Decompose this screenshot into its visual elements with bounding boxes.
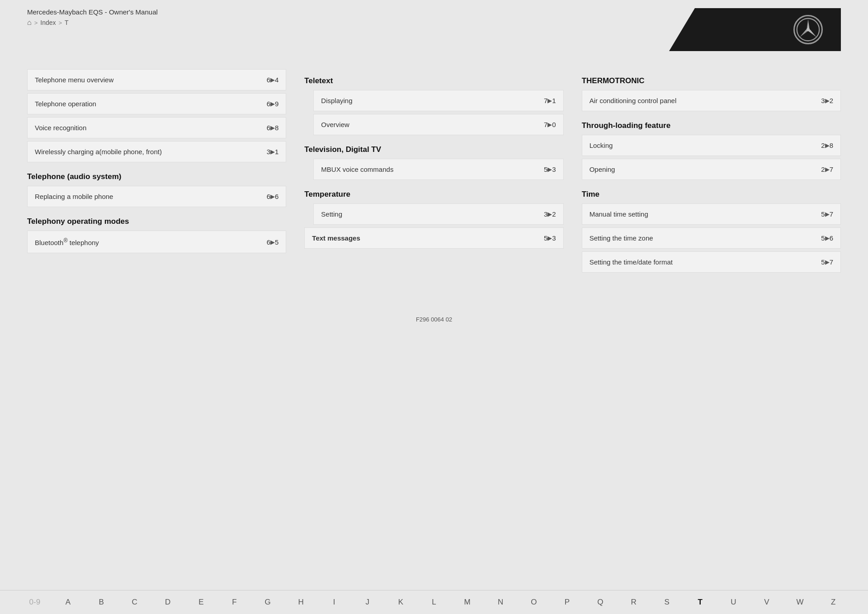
list-item[interactable]: Replacing a mobile phone 6▶6	[27, 186, 286, 207]
item-page: 7▶0	[544, 121, 556, 128]
column-2: Teletext Displaying 7▶1 Overview 7▶0 Tel…	[304, 69, 563, 275]
alpha-t[interactable]: T	[684, 596, 717, 609]
item-label: Setting the time/date format	[590, 258, 821, 266]
breadcrumb-sep2: >	[59, 19, 62, 26]
alpha-n[interactable]: N	[484, 596, 517, 609]
list-item[interactable]: Air conditioning control panel 3▶2	[582, 90, 841, 111]
main-content: Telephone menu overview 6▶4 Telephone op…	[0, 56, 868, 357]
manual-title: Mercedes-Maybach EQS - Owner's Manual	[27, 8, 158, 16]
list-item[interactable]: Setting 3▶2	[313, 203, 563, 225]
alpha-f[interactable]: F	[218, 596, 251, 609]
column-1: Telephone menu overview 6▶4 Telephone op…	[27, 69, 286, 275]
header: Mercedes-Maybach EQS - Owner's Manual ⌂ …	[0, 0, 868, 56]
footer-spacer	[27, 275, 841, 312]
mercedes-star-svg	[796, 17, 821, 42]
section-header-temperature: Temperature	[304, 183, 563, 203]
column-3: THERMOTRONIC Air conditioning control pa…	[582, 69, 841, 275]
list-item[interactable]: Telephone operation 6▶9	[27, 93, 286, 114]
alpha-g[interactable]: G	[251, 596, 284, 609]
list-item[interactable]: Wirelessly charging a(mobile phone, fron…	[27, 141, 286, 162]
item-label: Overview	[321, 121, 544, 128]
alpha-i[interactable]: I	[317, 596, 351, 609]
footer-code: F296 0064 02	[27, 312, 841, 348]
list-item[interactable]: Opening 2▶7	[582, 159, 841, 180]
item-page: 5▶7	[821, 210, 833, 218]
item-label: Air conditioning control panel	[590, 97, 821, 104]
item-label: Voice recognition	[35, 124, 267, 132]
alpha-o[interactable]: O	[517, 596, 551, 609]
item-label: Wirelessly charging a(mobile phone, fron…	[35, 148, 267, 156]
item-page: 3▶2	[821, 97, 833, 104]
alpha-a[interactable]: A	[52, 596, 85, 609]
alpha-c[interactable]: C	[118, 596, 151, 609]
list-item[interactable]: Telephone menu overview 6▶4	[27, 69, 286, 90]
alpha-u[interactable]: U	[717, 596, 750, 609]
breadcrumb: ⌂ > Index > T	[27, 19, 158, 27]
alpha-w[interactable]: W	[783, 596, 817, 609]
list-item[interactable]: MBUX voice commands 5▶3	[313, 159, 563, 180]
section-header-audio: Telephone (audio system)	[27, 165, 286, 186]
alpha-z[interactable]: Z	[816, 596, 850, 609]
item-page: 6▶4	[267, 76, 279, 84]
list-item[interactable]: Overview 7▶0	[313, 114, 563, 135]
list-item[interactable]: Text messages 5▶3	[304, 227, 563, 249]
list-item[interactable]: Bluetooth® telephony 6▶5	[27, 231, 286, 253]
alpha-e[interactable]: E	[184, 596, 218, 609]
section-header-time: Time	[582, 183, 841, 203]
header-logo	[669, 8, 841, 51]
alphabet-nav[interactable]: 0-9 A B C D E F G H I J K L M N O P Q R …	[0, 590, 868, 614]
list-item[interactable]: Manual time setting 5▶7	[582, 203, 841, 225]
item-page: 6▶5	[267, 238, 279, 246]
alpha-j[interactable]: J	[351, 596, 384, 609]
list-item[interactable]: Voice recognition 6▶8	[27, 117, 286, 138]
list-item[interactable]: Setting the time/date format 5▶7	[582, 251, 841, 273]
alpha-r[interactable]: R	[617, 596, 651, 609]
section-header-telephony: Telephony operating modes	[27, 210, 286, 231]
item-label: Telephone menu overview	[35, 76, 267, 84]
alpha-k[interactable]: K	[384, 596, 418, 609]
list-item[interactable]: Displaying 7▶1	[313, 90, 563, 111]
item-label: Locking	[590, 142, 821, 149]
alpha-l[interactable]: L	[417, 596, 451, 609]
svg-point-7	[807, 28, 810, 31]
alpha-q[interactable]: Q	[584, 596, 617, 609]
alpha-v[interactable]: V	[750, 596, 783, 609]
section-header-through-loading: Through-loading feature	[582, 114, 841, 135]
item-page: 2▶7	[821, 165, 833, 173]
item-page: 6▶6	[267, 193, 279, 200]
index-grid: Telephone menu overview 6▶4 Telephone op…	[27, 69, 841, 275]
item-label: Manual time setting	[590, 210, 821, 218]
item-page: 5▶6	[821, 234, 833, 242]
item-label: Opening	[590, 165, 821, 173]
alpha-09[interactable]: 0-9	[18, 596, 52, 609]
item-page: 3▶1	[267, 148, 279, 156]
section-header-thermotronic: THERMOTRONIC	[582, 69, 841, 90]
home-icon[interactable]: ⌂	[27, 19, 32, 27]
item-page: 6▶8	[267, 124, 279, 132]
breadcrumb-current: T	[65, 19, 69, 26]
item-label: Displaying	[321, 97, 544, 104]
breadcrumb-sep1: >	[34, 19, 38, 26]
alpha-d[interactable]: D	[151, 596, 184, 609]
list-item[interactable]: Locking 2▶8	[582, 135, 841, 156]
alpha-s[interactable]: S	[650, 596, 684, 609]
item-label: Text messages	[312, 234, 544, 242]
alpha-h[interactable]: H	[284, 596, 318, 609]
item-page: 6▶9	[267, 100, 279, 108]
item-label: MBUX voice commands	[321, 165, 544, 173]
header-left: Mercedes-Maybach EQS - Owner's Manual ⌂ …	[27, 8, 158, 27]
item-label: Setting the time zone	[590, 234, 821, 242]
alpha-b[interactable]: B	[85, 596, 118, 609]
item-page: 2▶8	[821, 142, 833, 149]
item-label: Bluetooth® telephony	[35, 237, 267, 246]
list-item[interactable]: Setting the time zone 5▶6	[582, 227, 841, 249]
mercedes-star-logo	[793, 15, 823, 44]
svg-marker-5	[800, 30, 808, 38]
item-page: 7▶1	[544, 97, 556, 104]
alpha-p[interactable]: P	[551, 596, 584, 609]
alpha-m[interactable]: M	[451, 596, 484, 609]
svg-marker-4	[808, 30, 816, 38]
section-header-television: Television, Digital TV	[304, 138, 563, 159]
breadcrumb-index[interactable]: Index	[40, 19, 56, 26]
item-label: Telephone operation	[35, 100, 267, 108]
